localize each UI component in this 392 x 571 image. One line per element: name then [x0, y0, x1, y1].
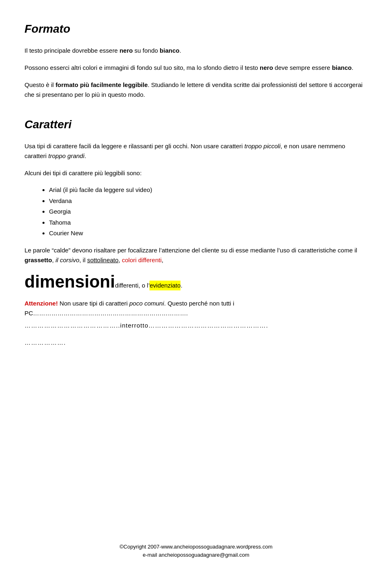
footer-line1: ©Copyright 2007-www.ancheiopossoguadagna…	[0, 543, 392, 551]
evidenziato-text: evidenziato	[149, 281, 180, 290]
attenzione-label: Attenzione!	[24, 300, 58, 307]
formato-para2-bold2: bianco	[332, 64, 352, 71]
formato-para2-after: deve sempre essere	[273, 64, 332, 71]
caratteri-para1: Usa tipi di carattere facili da leggere …	[24, 141, 368, 161]
list-item: Courier New	[49, 229, 368, 238]
caratteri-para3-mid2: , il	[79, 257, 87, 263]
formato-title: Formato	[24, 20, 368, 38]
caratteri-section: Caratteri Usa tipi di carattere facili d…	[24, 116, 368, 348]
caratteri-para3-before: Le parole “calde” devono risaltare per f…	[24, 247, 357, 254]
formato-para3-bold: formato più facilmente leggibile	[56, 81, 148, 88]
caratteri-para3-end: ,	[162, 257, 163, 263]
differenti-text: differenti, o l’	[115, 281, 150, 290]
attenzione-para: Attenzione! Non usare tipi di caratteri …	[24, 299, 368, 318]
caratteri-para1-before: Usa tipi di carattere facili da leggere …	[24, 143, 245, 149]
list-item: Arial (il più facile da leggere sul vide…	[49, 185, 368, 195]
formato-para2-before: Possono esserci altri colori e immagini …	[24, 64, 260, 71]
formato-para2-end: .	[352, 64, 353, 71]
attenzione-text: Non usare tipi di caratteri	[58, 300, 129, 307]
highlight-end: .	[180, 281, 182, 290]
formato-para3: Questo è il formato più facilmente leggi…	[24, 80, 368, 100]
caratteri-para1-italic2: troppo grandi	[48, 152, 84, 159]
caratteri-para3-mid1: ,	[52, 257, 56, 263]
formato-para1-end: .	[179, 47, 181, 54]
caratteri-para3-italic: il corsivo	[56, 257, 79, 263]
formato-para1-bold2: bianco	[160, 47, 179, 54]
list-item: Tahoma	[49, 218, 368, 228]
attenzione-italic: poco comuni	[129, 300, 164, 307]
formato-para2-bold: nero	[260, 64, 273, 71]
caratteri-para2: Alcuni dei tipi di carattere più leggibi…	[24, 168, 368, 178]
footer-line2: e-mail ancheiopossoguadagnare@gmail.com	[0, 551, 392, 559]
caratteri-title: Caratteri	[24, 116, 368, 133]
formato-para1-bold1: nero	[120, 47, 133, 54]
formato-para1: Il testo principale dovrebbe essere nero…	[24, 46, 368, 56]
formato-para1-text: Il testo principale dovrebbe essere	[24, 47, 120, 54]
big-dimensioni: dimensioni	[24, 272, 115, 291]
font-list: Arial (il più facile da leggere sul vide…	[49, 185, 368, 238]
dimensioni-line: dimensioni differenti, o l’evidenziato.	[24, 272, 368, 291]
footer: ©Copyright 2007-www.ancheiopossoguadagna…	[0, 543, 392, 559]
caratteri-para3-colored: colori differenti	[122, 257, 161, 263]
page: Formato Il testo principale dovrebbe ess…	[0, 0, 392, 571]
caratteri-para3-bold: grassetto	[24, 257, 52, 263]
caratteri-para1-end: .	[85, 152, 86, 159]
list-item: Verdana	[49, 196, 368, 206]
dots-line2: ……………………………………..interrotto………………………………………	[24, 321, 368, 330]
caratteri-para3-underline: sottolineato	[87, 257, 118, 263]
formato-para1-after: su fondo	[133, 47, 160, 54]
formato-para3-before: Questo è il	[24, 81, 56, 88]
dots-line3: ……………….	[24, 338, 368, 348]
caratteri-para1-italic: troppo piccoli	[245, 143, 281, 149]
caratteri-para3: Le parole “calde” devono risaltare per f…	[24, 245, 368, 265]
list-item: Georgia	[49, 207, 368, 216]
formato-para2: Possono esserci altri colori e immagini …	[24, 63, 368, 73]
